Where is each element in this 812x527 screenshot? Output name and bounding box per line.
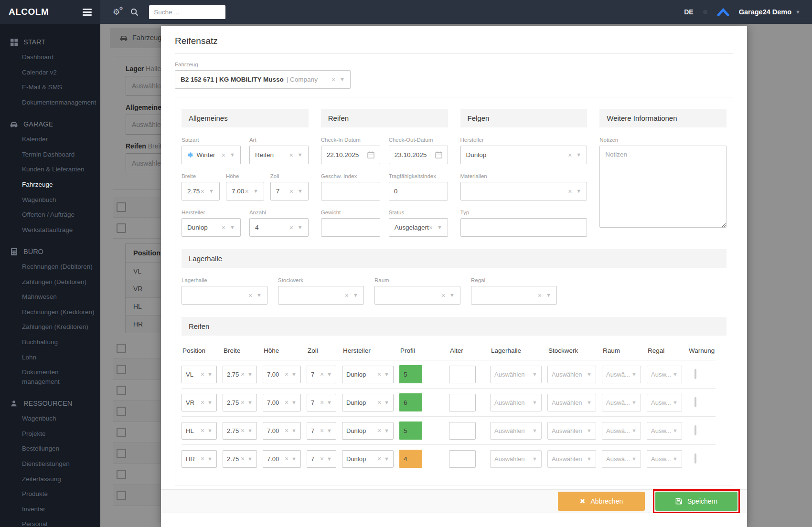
caret-down-icon[interactable]: ▼ [384,400,389,405]
clear-icon[interactable]: × [429,224,433,231]
clear-icon[interactable]: × [289,152,293,158]
tire-row-hr-alter-input[interactable] [449,450,476,468]
anzahl-select[interactable]: 4 ×▼ [249,218,309,237]
sidebar-item-rechnungen-kreditoren[interactable]: Rechnungen (Kreditoren) [0,305,100,320]
clear-icon[interactable]: × [289,188,293,195]
tire-row-vr-raum-select[interactable]: Auswä...▼ [602,394,641,411]
notification-dot-icon[interactable] [703,10,707,14]
caret-down-icon[interactable]: ▼ [327,456,332,462]
cancel-button[interactable]: ✖ Abbrechen [558,492,645,511]
stockwerk-select[interactable]: ×▼ [278,286,364,305]
caret-down-icon[interactable]: ▼ [576,189,581,194]
sidebar-item-offerten-auftraege[interactable]: Offerten / Aufträge [0,207,100,222]
sidebar-item-dienstleistungen[interactable]: Dienstleistungen [0,456,100,472]
save-button[interactable]: Speichern [655,492,737,511]
tire-row-hr-position-select[interactable]: HR×▼ [182,450,217,468]
tire-row-vr-warnung-checkbox[interactable] [694,397,696,407]
caret-down-icon[interactable]: ▼ [673,428,678,433]
sidebar-section-garage[interactable]: GARAGE [0,116,100,132]
tire-row-hr-zoll-select[interactable]: 7×▼ [307,450,336,468]
caret-down-icon[interactable]: ▼ [207,400,213,405]
tire-row-hl-alter-input[interactable] [449,422,476,440]
zoll-select[interactable]: 7 ×▼ [270,182,309,200]
tire-row-hr-hoehe-select[interactable]: 7.00×▼ [263,450,301,468]
tire-row-hl-profil-cell[interactable]: 5 [399,422,422,440]
tire-row-vl-stockwerk-select[interactable]: Auswählen▼ [547,366,596,383]
clear-icon[interactable]: × [320,427,324,434]
clear-icon[interactable]: × [441,292,445,299]
caret-down-icon[interactable]: ▼ [532,400,537,405]
caret-down-icon[interactable]: ▼ [587,372,592,377]
materialien-select[interactable]: ×▼ [460,182,588,200]
geschw-index-input[interactable] [321,182,380,200]
tire-row-hl-lagerhalle-select[interactable]: Auswählen▼ [490,422,542,440]
caret-down-icon[interactable]: ▼ [631,372,637,377]
tire-row-vl-hoehe-select[interactable]: 7.00×▼ [263,366,301,383]
tire-row-vr-profil-cell[interactable]: 6 [399,393,422,411]
tire-row-hr-breite-select[interactable]: 2.75×▼ [223,450,257,468]
caret-down-icon[interactable]: ▼ [532,456,537,462]
tire-row-hl-hersteller-select[interactable]: Dunlop×▼ [342,422,394,440]
caret-down-icon[interactable]: ▼ [631,456,637,462]
clear-icon[interactable]: × [222,152,225,158]
tire-row-vr-position-select[interactable]: VR×▼ [182,394,217,411]
sidebar-item-kalender[interactable]: Kalender [0,132,100,147]
caret-down-icon[interactable]: ▼ [532,428,537,433]
caret-down-icon[interactable]: ▼ [207,456,213,462]
caret-down-icon[interactable]: ▼ [673,372,678,377]
gewicht-input[interactable] [321,218,380,237]
clear-icon[interactable]: × [320,455,324,462]
clear-icon[interactable]: × [201,427,204,434]
clear-icon[interactable]: × [377,455,381,462]
caret-down-icon[interactable]: ▼ [587,456,592,462]
caret-down-icon[interactable]: ▼ [230,152,235,158]
sidebar-item-dokumenten-management[interactable]: Dokumenten management [0,365,100,389]
regal-select[interactable]: ×▼ [471,286,557,305]
tire-row-vl-raum-select[interactable]: Auswä...▼ [602,366,641,383]
tire-row-vl-regal-select[interactable]: Ausw...▼ [647,366,682,383]
caret-down-icon[interactable]: ▼ [353,293,358,298]
caret-down-icon[interactable]: ▼ [247,428,253,433]
caret-down-icon[interactable]: ▼ [673,456,678,462]
checkout-date-input[interactable]: 23.10.2025 [389,146,448,164]
caret-down-icon[interactable]: ▼ [587,428,592,433]
felgen-hersteller-select[interactable]: Dunlop ×▼ [460,146,588,164]
clear-icon[interactable]: × [345,292,349,299]
caret-down-icon[interactable]: ▼ [291,372,297,377]
hamburger-menu-icon[interactable] [83,9,92,16]
caret-down-icon[interactable]: ▼ [256,293,262,298]
tire-row-vr-hersteller-select[interactable]: Dunlop×▼ [342,394,394,411]
caret-down-icon[interactable]: ▼ [207,428,213,433]
sidebar-section-buero[interactable]: BÜRO [0,244,100,259]
caret-down-icon[interactable]: ▼ [384,456,389,462]
caret-down-icon[interactable]: ▼ [291,428,297,433]
caret-down-icon[interactable]: ▼ [253,189,258,194]
caret-down-icon[interactable]: ▼ [298,152,303,158]
sidebar-item-zeiterfassung[interactable]: Zeiterfassung [0,472,100,487]
art-select[interactable]: Reifen ×▼ [249,146,309,164]
clear-icon[interactable]: × [241,399,245,406]
caret-down-icon[interactable]: ▼ [546,293,551,298]
caret-down-icon[interactable]: ▼ [532,372,537,377]
caret-down-icon[interactable]: ▼ [384,372,389,377]
clear-icon[interactable]: × [331,76,335,83]
tire-row-hr-regal-select[interactable]: Ausw...▼ [647,450,682,468]
clear-icon[interactable]: × [285,455,288,462]
clear-icon[interactable]: × [568,152,572,158]
caret-down-icon[interactable]: ▼ [298,225,303,230]
clear-icon[interactable]: × [222,224,225,231]
caret-down-icon[interactable]: ▼ [247,456,253,462]
sidebar-section-start[interactable]: START [0,34,100,50]
clear-icon[interactable]: × [241,455,245,462]
tire-row-vr-lagerhalle-select[interactable]: Auswählen▼ [490,394,542,411]
tire-row-vr-regal-select[interactable]: Ausw...▼ [647,394,682,411]
hoehe-select[interactable]: 7.00 ×▼ [226,182,264,200]
sidebar-item-wagenbuch[interactable]: Wagenbuch [0,192,100,208]
caret-down-icon[interactable]: ▼ [247,400,253,405]
checkin-date-input[interactable]: 22.10.2025 [321,146,380,164]
calendar-icon[interactable] [435,151,442,158]
tire-row-vr-hoehe-select[interactable]: 7.00×▼ [263,394,301,411]
caret-down-icon[interactable]: ▼ [230,225,235,230]
tragfaehigkeitsindex-input[interactable] [389,182,448,200]
clear-icon[interactable]: × [201,399,204,406]
